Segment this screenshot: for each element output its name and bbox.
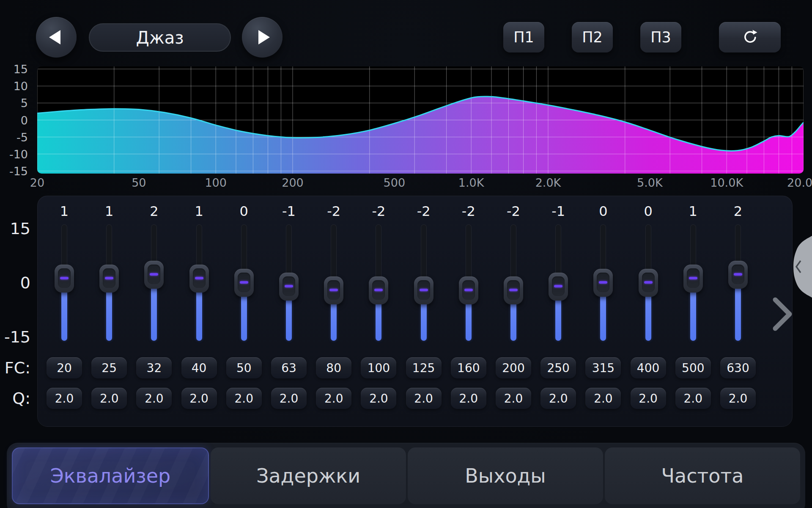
tab-equalizer[interactable]: Эквалайзер <box>12 447 209 504</box>
slider-thumb[interactable] <box>55 265 74 293</box>
x-axis-label: 200 <box>282 176 304 189</box>
band-q-chip[interactable]: 2.0 <box>226 388 262 409</box>
slider-thumb[interactable] <box>369 276 388 304</box>
preset-slot-3-button[interactable]: П3 <box>640 22 681 52</box>
band-gain-slider[interactable] <box>42 224 87 342</box>
band-q-chip[interactable]: 2.0 <box>181 388 217 409</box>
band-column-63: -1 63 2.0 <box>266 196 311 427</box>
band-q-chip[interactable]: 2.0 <box>406 388 442 409</box>
band-gain-slider[interactable] <box>671 224 716 342</box>
band-gain-slider[interactable] <box>222 224 266 342</box>
band-gain-slider[interactable] <box>311 224 356 342</box>
band-fc-chip[interactable]: 63 <box>271 357 307 378</box>
band-fc-chip[interactable]: 40 <box>181 357 217 378</box>
slider-thumb[interactable] <box>593 269 613 297</box>
band-fc-chip[interactable]: 315 <box>585 357 621 378</box>
slider-thumb-dash <box>150 273 158 276</box>
band-fc-chip[interactable]: 250 <box>540 357 576 378</box>
band-q-chip[interactable]: 2.0 <box>451 388 486 409</box>
band-gain-slider[interactable] <box>356 224 401 342</box>
band-q-chip[interactable]: 2.0 <box>47 388 82 409</box>
band-gain-slider[interactable] <box>401 224 446 342</box>
preset-prev-button[interactable] <box>36 17 77 58</box>
band-fc-chip[interactable]: 160 <box>451 357 486 378</box>
band-gain-slider[interactable] <box>446 224 491 342</box>
x-axis-label: 2.0K <box>535 176 561 189</box>
slider-thumb[interactable] <box>324 276 343 304</box>
band-fc-chip[interactable]: 100 <box>361 357 396 378</box>
band-fc-chip[interactable]: 500 <box>675 357 711 378</box>
band-fc-chip[interactable]: 200 <box>496 357 531 378</box>
fc-row-label: FC: <box>0 359 30 377</box>
band-column-50: 0 50 2.0 <box>222 196 266 427</box>
band-fc-chip[interactable]: 50 <box>226 357 262 378</box>
band-gain-slider[interactable] <box>177 224 222 342</box>
slider-thumb[interactable] <box>234 269 254 297</box>
band-gain-value: 1 <box>671 203 716 219</box>
slider-thumb-dash <box>329 289 338 291</box>
band-gain-slider[interactable] <box>626 224 671 342</box>
band-gain-slider[interactable] <box>581 224 625 342</box>
band-gain-slider[interactable] <box>536 224 581 342</box>
tab-outputs[interactable]: Выходы <box>408 447 603 504</box>
band-fc-chip[interactable]: 20 <box>47 357 82 378</box>
band-q-chip[interactable]: 2.0 <box>271 388 307 409</box>
band-fc-chip[interactable]: 25 <box>91 357 127 378</box>
band-gain-slider[interactable] <box>266 224 311 342</box>
q-row-label: Q: <box>0 389 30 408</box>
slider-thumb[interactable] <box>504 276 523 304</box>
slider-thumb[interactable] <box>99 265 119 293</box>
band-gain-slider[interactable] <box>716 224 760 342</box>
band-gain-slider[interactable] <box>87 224 132 342</box>
preset-slot-2-button[interactable]: П2 <box>572 22 613 52</box>
band-fc-chip[interactable]: 80 <box>316 357 351 378</box>
band-q-chip[interactable]: 2.0 <box>585 388 621 409</box>
band-fc-chip[interactable]: 400 <box>631 357 666 378</box>
slider-thumb[interactable] <box>549 273 568 301</box>
x-axis-label: 20.0K <box>787 176 812 189</box>
band-q-chip[interactable]: 2.0 <box>136 388 172 409</box>
band-q-chip[interactable]: 2.0 <box>675 388 711 409</box>
band-q-chip[interactable]: 2.0 <box>720 388 756 409</box>
slider-thumb[interactable] <box>414 276 433 304</box>
band-fc-chip[interactable]: 32 <box>136 357 172 378</box>
band-fc-chip[interactable]: 125 <box>406 357 442 378</box>
next-bands-page-button[interactable] <box>771 296 795 332</box>
tab-delays[interactable]: Задержки <box>211 447 406 504</box>
band-q-chip[interactable]: 2.0 <box>540 388 576 409</box>
band-gain-slider[interactable] <box>132 224 176 342</box>
preset-slot-1-button[interactable]: П1 <box>503 22 544 52</box>
band-q-chip[interactable]: 2.0 <box>361 388 396 409</box>
x-axis-label: 1.0K <box>458 176 484 189</box>
tab-frequency[interactable]: Частота <box>605 447 800 504</box>
band-q-chip[interactable]: 2.0 <box>91 388 127 409</box>
slider-thumb[interactable] <box>639 269 658 297</box>
band-gain-slider[interactable] <box>491 224 536 342</box>
reset-button[interactable] <box>719 22 781 52</box>
band-q-chip[interactable]: 2.0 <box>316 388 351 409</box>
slider-thumb[interactable] <box>144 261 164 289</box>
band-column-32: 2 32 2.0 <box>132 196 176 427</box>
y-axis-label: 5 <box>0 97 28 110</box>
slider-thumb[interactable] <box>459 276 478 304</box>
preset-selector[interactable]: Джаз <box>89 23 231 52</box>
band-q-chip[interactable]: 2.0 <box>496 388 531 409</box>
slider-thumb-dash <box>374 289 383 291</box>
x-axis-label: 500 <box>384 176 406 189</box>
slider-thumb[interactable] <box>279 273 299 301</box>
band-gain-value: 2 <box>132 203 176 219</box>
slider-thumb[interactable] <box>728 261 748 289</box>
side-drawer-handle[interactable] <box>787 235 812 298</box>
y-axis-label: 10 <box>0 80 28 93</box>
band-fc-chip[interactable]: 630 <box>720 357 756 378</box>
bottom-tab-bar: ЭквалайзерЗадержкиВыходыЧастота <box>7 443 805 508</box>
slider-thumb[interactable] <box>189 265 209 293</box>
slider-thumb-dash <box>464 289 473 291</box>
preset-next-button[interactable] <box>242 17 283 58</box>
slider-thumb[interactable] <box>683 265 703 293</box>
slider-thumb-dash <box>240 281 248 284</box>
y-axis-label: 15 <box>0 63 28 76</box>
band-q-chip[interactable]: 2.0 <box>631 388 666 409</box>
band-column-630: 2 630 2.0 <box>716 196 760 427</box>
slider-scale-zero: 0 <box>0 273 30 292</box>
